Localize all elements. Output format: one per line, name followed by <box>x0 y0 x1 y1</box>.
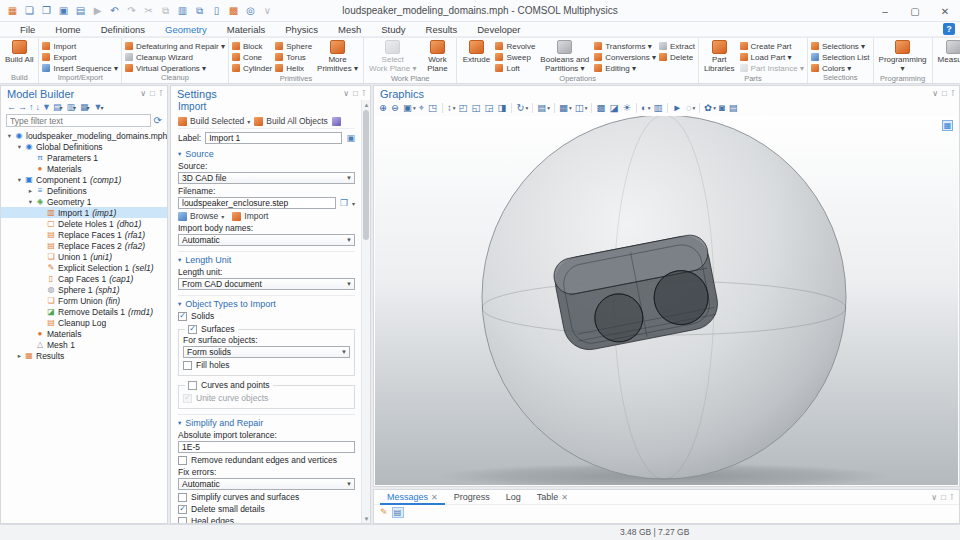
repair-option-checkbox[interactable]: Delete small details <box>178 504 355 514</box>
rotate-icon[interactable]: ↻▾ <box>516 102 528 113</box>
rename-icon[interactable]: ▣ <box>346 133 355 143</box>
app-icon[interactable]: ▦ <box>5 3 20 18</box>
Progress[interactable]: Progress <box>447 490 497 505</box>
paste-icon[interactable]: ▥ <box>175 3 190 18</box>
zoom-in-icon[interactable]: ⊕ <box>379 102 388 113</box>
Extract[interactable]: Extract <box>659 41 695 51</box>
back-icon[interactable]: ← <box>7 102 14 112</box>
Import[interactable]: Import <box>42 41 118 51</box>
browse-button[interactable]: Browse ▾ <box>178 211 224 221</box>
scene-light-icon[interactable]: ☀ <box>622 102 632 113</box>
curves-points-checkbox[interactable]: Curves and points <box>188 380 270 390</box>
float-icon[interactable]: □ <box>942 89 947 98</box>
go-to-default-view-icon[interactable]: ⌖ <box>419 102 425 114</box>
model-tree-collapse-icon[interactable]: ▥▾ <box>66 102 76 112</box>
section-source[interactable]: ▾ Source <box>178 149 355 159</box>
tree-item[interactable]: ◪ Remove Details 1 (rmd1) <box>1 306 167 317</box>
expander-icon[interactable]: ▾ <box>26 198 35 206</box>
select-work-plane-button[interactable]: Select Work Plane ▾ <box>367 39 418 74</box>
close-button[interactable]: ✕ <box>930 0 960 22</box>
Block[interactable]: Block <box>232 41 272 51</box>
chevron-down-icon[interactable]: ∨ <box>343 89 349 98</box>
measure-button[interactable]: Measure <box>936 39 960 74</box>
Physics[interactable]: Physics <box>275 22 328 37</box>
import-button[interactable]: Import <box>232 211 268 221</box>
save-as-icon[interactable]: ▤ <box>73 3 88 18</box>
Defeaturing and Repair ▾[interactable]: Defeaturing and Repair ▾ <box>125 41 225 51</box>
part-libraries-button[interactable]: Part Libraries <box>702 39 737 74</box>
copy-icon[interactable]: ⧉ <box>158 3 173 18</box>
tree-item[interactable]: ▢ Delete Holes 1 (dho1) <box>1 218 167 229</box>
tree-item[interactable]: ▾ ◉ loudspeaker_modeling_domains.mph (ro… <box>1 130 167 141</box>
tree-item[interactable]: ▤ Replace Faces 2 (rfa2) <box>1 240 167 251</box>
chevron-down-icon[interactable]: ∨ <box>140 89 146 98</box>
File[interactable]: File <box>10 22 45 37</box>
booleans-and-partitions-button[interactable]: Booleans and Partitions ▾ <box>538 39 591 74</box>
hide-objects-icon[interactable]: ◌▾ <box>686 102 695 113</box>
view-settings-icon[interactable]: ✿▾ <box>704 102 716 113</box>
Create Part[interactable]: Create Part <box>740 41 804 51</box>
Sphere[interactable]: Sphere <box>275 41 312 51</box>
settings-scrollbar[interactable]: ▲ ▼ <box>361 100 370 523</box>
customize-toolbar-icon[interactable]: ∨ <box>260 3 275 18</box>
Table[interactable]: Table ✕ <box>530 490 575 505</box>
remove-redundant-checkbox[interactable]: Remove redundant edges and vertices <box>178 455 355 465</box>
print-icon[interactable]: ▤ <box>729 102 739 113</box>
tree-item[interactable]: ▯ Cap Faces 1 (cap1) <box>1 273 167 284</box>
Selection List[interactable]: Selection List <box>811 52 870 62</box>
source-select[interactable]: 3D CAD file▼ <box>178 172 355 184</box>
view-yz-icon[interactable]: ◱ <box>472 102 482 113</box>
Results[interactable]: Results <box>416 22 468 37</box>
tree-item[interactable]: ❏ Union 1 (uni1) <box>1 251 167 262</box>
build-all-button[interactable]: Build All <box>3 39 35 73</box>
run-icon[interactable]: ▶ <box>90 3 105 18</box>
build-selected-button[interactable]: Build Selected ▾ <box>178 116 250 126</box>
move-up-icon[interactable]: ↑ <box>29 102 32 112</box>
Conversions ▾[interactable]: Conversions ▾ <box>594 52 656 62</box>
fix-errors-select[interactable]: Automatic▼ <box>178 478 355 490</box>
float-icon[interactable]: □ <box>941 493 946 502</box>
snapshot-icon[interactable]: ◙ <box>719 102 726 113</box>
pin-icon[interactable]: ⊺ <box>159 89 163 98</box>
close-tab-icon[interactable]: ✕ <box>431 493 438 502</box>
scene-appearance-icon[interactable]: ▤▾ <box>537 102 550 113</box>
grid-icon[interactable]: ▥ <box>653 102 663 113</box>
expander-icon[interactable]: ▾ <box>15 176 24 184</box>
Materials[interactable]: Materials <box>217 22 276 37</box>
wireframe-icon[interactable]: ▩ <box>596 102 606 113</box>
search-icon[interactable]: ◎ <box>243 3 258 18</box>
section-object-types[interactable]: ▾ Object Types to Import <box>178 295 355 309</box>
body-names-select[interactable]: Automatic▼ <box>178 234 355 246</box>
close-tab-icon[interactable]: ✕ <box>561 493 568 502</box>
Helix[interactable]: Helix <box>275 63 312 73</box>
scroll-down-icon[interactable]: ▼ <box>362 514 371 523</box>
part-instance-button[interactable]: Part Instance ▾ <box>740 63 804 73</box>
Transforms ▾[interactable]: Transforms ▾ <box>594 41 656 51</box>
float-icon[interactable]: □ <box>150 89 155 98</box>
Colors ▾[interactable]: Colors ▾ <box>811 63 870 73</box>
duplicate-icon[interactable]: ⧉ <box>192 3 207 18</box>
delete-icon[interactable]: ▯ <box>209 3 224 18</box>
color-theme-icon[interactable]: ◐▾ <box>641 102 651 113</box>
minimize-button[interactable]: – <box>870 0 900 22</box>
scroll-up-icon[interactable]: ▲ <box>362 100 371 109</box>
Export[interactable]: Export <box>42 52 118 62</box>
help-button[interactable]: ? <box>943 23 955 35</box>
label-input[interactable] <box>205 132 342 144</box>
filter-icon[interactable]: ▼▾ <box>94 102 104 112</box>
tree-item[interactable]: ▤ Replace Faces 1 (rfa1) <box>1 229 167 240</box>
transparency-icon[interactable]: ◫▾ <box>575 102 588 113</box>
Revolve[interactable]: Revolve <box>495 41 535 51</box>
chevron-down-icon[interactable]: ∨ <box>931 493 937 502</box>
tolerance-input[interactable] <box>178 441 355 453</box>
Mesh[interactable]: Mesh <box>328 22 371 37</box>
chevron-down-icon[interactable]: ∨ <box>932 89 938 98</box>
Insert Sequence ▾[interactable]: Insert Sequence ▾ <box>42 63 118 73</box>
more-primitives-button[interactable]: More Primitives ▾ <box>315 39 360 74</box>
cut-icon[interactable]: ✂ <box>141 3 156 18</box>
Editing ▾[interactable]: Editing ▾ <box>594 63 656 73</box>
filter-input[interactable] <box>6 114 151 127</box>
pin-icon[interactable]: ⊺ <box>950 493 954 502</box>
refresh-icon[interactable]: ⟳ <box>154 115 162 126</box>
Log[interactable]: Log <box>499 490 528 505</box>
